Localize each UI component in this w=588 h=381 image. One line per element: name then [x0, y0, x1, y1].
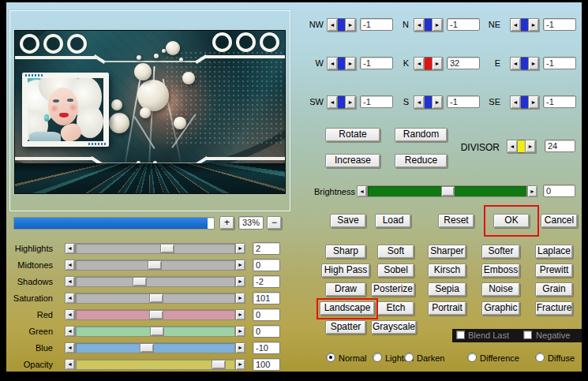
- slider-track-opacity[interactable]: [75, 359, 235, 370]
- reset-button[interactable]: Reset: [438, 214, 474, 228]
- brightness-thumb[interactable]: [441, 186, 455, 196]
- spinner-right-icon[interactable]: ►: [432, 18, 443, 32]
- load-button[interactable]: Load: [375, 214, 411, 228]
- kernel-spinner-se[interactable]: ◄►: [510, 95, 539, 109]
- filter-spatter-button[interactable]: Spatter: [325, 320, 366, 334]
- spinner-left-icon[interactable]: ◄: [510, 57, 521, 70]
- slider-track-green[interactable]: [75, 326, 235, 337]
- kernel-value-ne[interactable]: -1: [543, 18, 576, 31]
- blend-mode-lighten-radio[interactable]: [373, 353, 382, 362]
- blend-last-checkbox[interactable]: [456, 331, 465, 339]
- slider-track-saturation[interactable]: [75, 293, 235, 304]
- spinner-left-icon[interactable]: ◄: [510, 95, 521, 109]
- brightness-track[interactable]: [367, 185, 527, 197]
- slider-thumb[interactable]: [148, 260, 162, 270]
- slider-left-arrow[interactable]: ◄: [65, 342, 75, 353]
- filter-etch-button[interactable]: Etch: [377, 301, 414, 316]
- filter-laplace-button[interactable]: Laplace: [535, 245, 573, 259]
- filter-softer-button[interactable]: Softer: [481, 245, 520, 259]
- negative-checkbox[interactable]: [523, 331, 532, 339]
- filter-landscape-button[interactable]: Landscape: [320, 301, 375, 316]
- zoom-in-button[interactable]: +: [219, 216, 234, 230]
- filter-kirsch-button[interactable]: Kirsch: [428, 263, 466, 278]
- slider-thumb[interactable]: [160, 244, 174, 253]
- kernel-spinner-nw[interactable]: ◄►: [327, 18, 356, 32]
- divisor-value[interactable]: 24: [545, 140, 575, 152]
- spinner-left-icon[interactable]: ◄: [327, 18, 338, 32]
- spinner-right-icon[interactable]: ►: [528, 57, 539, 70]
- spinner-right-icon[interactable]: ►: [525, 140, 536, 153]
- spinner-right-icon[interactable]: ►: [345, 57, 356, 70]
- spinner-left-icon[interactable]: ◄: [414, 95, 425, 109]
- blend-mode-diffuse-radio[interactable]: [535, 353, 545, 362]
- slider-left-arrow[interactable]: ◄: [65, 326, 75, 337]
- spinner-right-icon[interactable]: ►: [528, 95, 539, 109]
- spinner-left-icon[interactable]: ◄: [414, 57, 425, 70]
- filter-fracture-button[interactable]: Fracture: [535, 301, 573, 316]
- reduce-button[interactable]: Reduce: [395, 154, 448, 168]
- kernel-spinner-w[interactable]: ◄►: [327, 57, 356, 70]
- slider-thumb[interactable]: [149, 293, 163, 303]
- slider-track-highlights[interactable]: [75, 243, 235, 254]
- slider-value-opacity[interactable]: 100: [253, 358, 280, 371]
- kernel-value-se[interactable]: -1: [543, 95, 576, 108]
- filter-grayscale-button[interactable]: Grayscale: [371, 320, 417, 334]
- spinner-left-icon[interactable]: ◄: [327, 95, 338, 109]
- slider-left-arrow[interactable]: ◄: [65, 260, 75, 271]
- slider-value-red[interactable]: 0: [253, 308, 280, 321]
- spinner-right-icon[interactable]: ►: [345, 95, 356, 109]
- slider-right-arrow[interactable]: ►: [235, 342, 245, 353]
- slider-right-arrow[interactable]: ►: [235, 293, 245, 304]
- blend-mode-difference-radio[interactable]: [467, 353, 477, 362]
- filter-portrait-button[interactable]: Portrait: [428, 301, 466, 316]
- filter-soft-button[interactable]: Soft: [377, 245, 414, 259]
- zoom-out-button[interactable]: −: [267, 216, 282, 230]
- filter-graphic-button[interactable]: Graphic: [481, 301, 520, 316]
- slider-right-arrow[interactable]: ►: [235, 243, 245, 254]
- slider-track-blue[interactable]: [75, 342, 235, 353]
- cancel-button[interactable]: Cancel: [541, 214, 578, 228]
- slider-track-midtones[interactable]: [75, 260, 235, 271]
- spinner-right-icon[interactable]: ►: [528, 18, 539, 32]
- filter-prewitt-button[interactable]: Prewitt: [535, 263, 573, 278]
- kernel-spinner-e[interactable]: ◄►: [510, 57, 539, 70]
- kernel-spinner-ne[interactable]: ◄►: [510, 18, 539, 32]
- slider-left-arrow[interactable]: ◄: [65, 359, 75, 370]
- filter-grain-button[interactable]: Grain: [535, 282, 573, 297]
- slider-thumb[interactable]: [149, 310, 163, 319]
- slider-right-arrow[interactable]: ►: [235, 326, 245, 337]
- kernel-spinner-k[interactable]: ◄►: [414, 57, 443, 70]
- slider-value-green[interactable]: 0: [253, 325, 280, 338]
- slider-value-saturation[interactable]: 101: [253, 292, 280, 304]
- slider-value-highlights[interactable]: 2: [253, 242, 280, 255]
- filter-sepia-button[interactable]: Sepia: [428, 282, 466, 297]
- kernel-value-e[interactable]: -1: [543, 57, 576, 69]
- slider-left-arrow[interactable]: ◄: [65, 309, 75, 320]
- brightness-left-arrow[interactable]: ◄: [357, 185, 367, 197]
- spinner-right-icon[interactable]: ►: [432, 95, 443, 109]
- filter-draw-button[interactable]: Draw: [325, 282, 366, 297]
- increase-button[interactable]: Increase: [325, 154, 380, 168]
- slider-track-shadows[interactable]: [75, 276, 235, 287]
- filter-sobel-button[interactable]: Sobel: [377, 263, 414, 278]
- ok-button[interactable]: OK: [493, 214, 530, 228]
- spinner-left-icon[interactable]: ◄: [510, 18, 521, 32]
- kernel-spinner-s[interactable]: ◄►: [414, 95, 443, 109]
- brightness-right-arrow[interactable]: ►: [527, 185, 537, 197]
- slider-value-blue[interactable]: -10: [253, 342, 280, 354]
- filter-sharper-button[interactable]: Sharper: [428, 245, 466, 259]
- filter-posterize-button[interactable]: Posterize: [371, 282, 415, 297]
- slider-right-arrow[interactable]: ►: [235, 276, 245, 287]
- divisor-spinner[interactable]: ◄►: [507, 140, 536, 153]
- slider-right-arrow[interactable]: ►: [235, 309, 245, 320]
- slider-left-arrow[interactable]: ◄: [65, 276, 75, 287]
- slider-thumb[interactable]: [212, 360, 226, 369]
- blend-mode-normal-radio[interactable]: [326, 353, 335, 362]
- spinner-left-icon[interactable]: ◄: [507, 140, 518, 153]
- slider-left-arrow[interactable]: ◄: [65, 243, 75, 254]
- random-button[interactable]: Random: [395, 128, 448, 142]
- filter-sharp-button[interactable]: Sharp: [325, 245, 366, 259]
- slider-right-arrow[interactable]: ►: [235, 359, 245, 370]
- spinner-left-icon[interactable]: ◄: [414, 18, 425, 32]
- save-button[interactable]: Save: [330, 214, 366, 228]
